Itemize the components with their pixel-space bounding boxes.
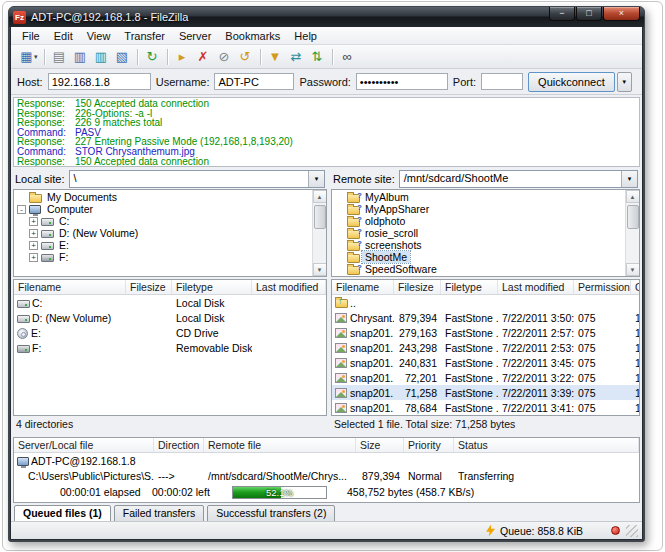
- tree-item[interactable]: + E:: [14, 239, 312, 251]
- site-manager-button[interactable]: ▦ ▾: [16, 47, 40, 66]
- queue-tab[interactable]: Successful transfers (2): [207, 505, 335, 522]
- tree-expander-icon[interactable]: +: [29, 241, 38, 250]
- queue-toggle-button[interactable]: ▧: [112, 47, 133, 66]
- password-input[interactable]: [356, 73, 448, 90]
- column-header[interactable]: Direction: [154, 438, 204, 452]
- process-queue-button[interactable]: ▸: [172, 47, 193, 66]
- column-header[interactable]: Status: [454, 438, 639, 452]
- tree-item[interactable]: rosie_scroll: [332, 227, 625, 239]
- remote-tree-toggle-button[interactable]: ▥: [91, 47, 112, 66]
- column-header[interactable]: Filesize: [126, 280, 172, 294]
- local-site-combobox[interactable]: \ ▾: [69, 170, 325, 188]
- column-header[interactable]: Ow: [631, 280, 640, 294]
- file-row[interactable]: F: Removable Disk: [14, 340, 326, 355]
- maximize-button[interactable]: □: [576, 7, 602, 21]
- tree-item[interactable]: + C:: [14, 215, 312, 227]
- remote-site-dropdown-icon[interactable]: ▾: [621, 171, 637, 187]
- column-header[interactable]: Last modified: [498, 280, 574, 294]
- file-row[interactable]: snap201... 78,684 FastStone ... 7/22/201…: [332, 400, 639, 415]
- filter-button[interactable]: ▼: [265, 47, 286, 66]
- reconnect-button[interactable]: ↺: [235, 47, 256, 66]
- message-log-toggle-button[interactable]: ▤: [49, 47, 70, 66]
- scrollbar-thumb[interactable]: [627, 205, 639, 229]
- file-row[interactable]: Chrysant... 879,394 FastStone ... 7/22/2…: [332, 310, 639, 325]
- menu-item[interactable]: Server: [172, 29, 218, 43]
- scroll-up-icon[interactable]: ▲: [626, 190, 640, 203]
- message-log-icon: ▤: [51, 48, 68, 65]
- file-row[interactable]: C: Local Disk: [14, 295, 326, 310]
- column-header[interactable]: Filetype: [441, 280, 498, 294]
- close-button[interactable]: ×: [603, 7, 640, 21]
- quickconnect-dropdown-icon[interactable]: ▾: [617, 72, 632, 92]
- tree-expander-icon[interactable]: +: [29, 229, 38, 238]
- file-row[interactable]: E: CD Drive: [14, 325, 326, 340]
- filesize-cell: 72,201: [394, 372, 441, 384]
- cancel-button[interactable]: ✗: [193, 47, 214, 66]
- port-input[interactable]: [481, 73, 523, 90]
- menu-item[interactable]: View: [80, 29, 118, 43]
- tree-item[interactable]: screenshots: [332, 239, 625, 251]
- column-header[interactable]: Filetype: [172, 280, 252, 294]
- tree-item[interactable]: - Computer: [14, 203, 312, 215]
- tree-item[interactable]: MyAlbum: [332, 191, 625, 203]
- speed-limit-icon[interactable]: [486, 525, 495, 537]
- column-header[interactable]: Permissions: [574, 280, 631, 294]
- host-input[interactable]: [48, 73, 151, 90]
- column-header[interactable]: Size: [356, 438, 404, 452]
- tree-item[interactable]: ShootMe: [332, 251, 625, 263]
- tree-item[interactable]: SpeedSoftware: [332, 263, 625, 275]
- queue-file-row[interactable]: C:\Users\Public\Pictures\S... ---> /mnt/…: [14, 468, 639, 483]
- username-input[interactable]: [214, 73, 294, 90]
- menu-item[interactable]: File: [15, 29, 47, 43]
- file-row[interactable]: D: (New Volume) Local Disk: [14, 310, 326, 325]
- menu-item[interactable]: Help: [287, 29, 324, 43]
- tree-item[interactable]: oldphoto: [332, 215, 625, 227]
- local-tree-toggle-button[interactable]: ▥: [70, 47, 91, 66]
- remote-site-combobox[interactable]: /mnt/sdcard/ShootMe ▾: [399, 170, 638, 188]
- queue-server-row[interactable]: ADT-PC@192.168.1.8: [14, 453, 639, 468]
- queue-tab[interactable]: Failed transfers: [114, 505, 204, 522]
- column-header[interactable]: Filename: [332, 280, 394, 294]
- queue-tab[interactable]: Queued files (1): [14, 505, 111, 522]
- file-row[interactable]: snap201... 279,163 FastStone ... 7/22/20…: [332, 325, 639, 340]
- file-row[interactable]: ..: [332, 295, 639, 310]
- sync-browse-button[interactable]: ⇅: [307, 47, 328, 66]
- resize-grip-icon[interactable]: [626, 525, 638, 537]
- tree-item[interactable]: + F:: [14, 251, 312, 263]
- tree-expander-icon[interactable]: -: [17, 205, 26, 214]
- refresh-button[interactable]: ↻: [142, 47, 163, 66]
- scroll-down-icon[interactable]: ▼: [626, 263, 640, 276]
- menu-item[interactable]: Bookmarks: [218, 29, 287, 43]
- local-tree-scrollbar[interactable]: ▲ ▼: [312, 190, 326, 276]
- file-row[interactable]: snap201... 243,298 FastStone ... 7/22/20…: [332, 340, 639, 355]
- menu-item[interactable]: Edit: [47, 29, 80, 43]
- scroll-up-icon[interactable]: ▲: [313, 190, 327, 203]
- tree-expander-icon[interactable]: +: [29, 217, 38, 226]
- tree-item[interactable]: My Documents: [14, 191, 312, 203]
- tree-item[interactable]: MyAppSharer: [332, 203, 625, 215]
- compare-button[interactable]: ⇄: [286, 47, 307, 66]
- file-row[interactable]: snap201... 240,831 FastStone ... 7/22/20…: [332, 355, 639, 370]
- column-header[interactable]: Remote file: [204, 438, 356, 452]
- site-manager-dropdown-icon[interactable]: ▾: [34, 53, 38, 61]
- file-row[interactable]: snap201... 71,258 FastStone ... 7/22/201…: [332, 385, 639, 400]
- scrollbar-thumb[interactable]: [314, 205, 326, 229]
- tree-expander-icon[interactable]: +: [29, 253, 38, 262]
- title-bar[interactable]: Fz ADT-PC@192.168.1.8 - FileZilla − □ ×: [9, 7, 644, 27]
- message-log[interactable]: Response: 150 Accepted data connection R…: [13, 97, 640, 167]
- disconnect-button[interactable]: ⊘: [214, 47, 235, 66]
- column-header[interactable]: Filesize: [394, 280, 441, 294]
- column-header[interactable]: Last modified: [252, 280, 326, 294]
- local-site-dropdown-icon[interactable]: ▾: [308, 171, 324, 187]
- find-button[interactable]: ∞: [337, 47, 358, 66]
- column-header[interactable]: Server/Local file: [14, 438, 154, 452]
- tree-item[interactable]: + D: (New Volume): [14, 227, 312, 239]
- column-header[interactable]: Filename: [14, 280, 126, 294]
- remote-tree-scrollbar[interactable]: ▲ ▼: [625, 190, 639, 276]
- menu-item[interactable]: Transfer: [117, 29, 172, 43]
- scroll-down-icon[interactable]: ▼: [313, 263, 327, 276]
- minimize-button[interactable]: −: [549, 7, 575, 21]
- file-row[interactable]: snap201... 72,201 FastStone ... 7/22/201…: [332, 370, 639, 385]
- column-header[interactable]: Priority: [404, 438, 454, 452]
- quickconnect-button[interactable]: Quickconnect: [528, 72, 615, 92]
